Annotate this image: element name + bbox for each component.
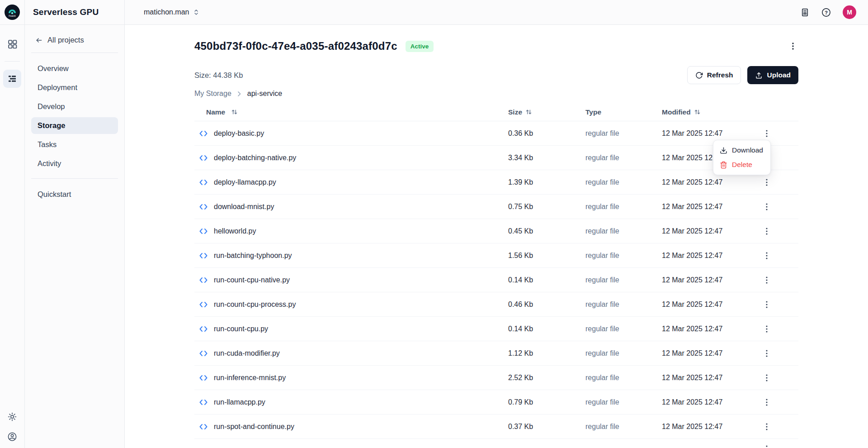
upload-button[interactable]: Upload [747, 66, 798, 84]
topbar-right: ? M [800, 0, 868, 24]
file-size: 0.79 Kb [508, 398, 585, 406]
file-name[interactable]: run-inference-mnist.py [214, 374, 286, 382]
file-name[interactable]: deploy-batching-native.py [214, 154, 296, 162]
sort-icon [231, 109, 238, 115]
row-kebab-menu-icon[interactable] [763, 373, 770, 382]
sidebar-item-activity[interactable]: Activity [31, 155, 118, 172]
table-row[interactable]: deploy-batching-native.py 3.34 Kb regula… [194, 146, 798, 170]
header-size[interactable]: Size [508, 108, 585, 116]
row-kebab-menu-icon[interactable] [763, 227, 770, 236]
file-modified: 12 Mar 2025 12:47 [662, 423, 757, 431]
header-type: Type [585, 108, 662, 116]
row-kebab-menu-icon[interactable] [763, 276, 770, 285]
code-file-icon [199, 349, 208, 358]
total-size-label: Size: 44.38 Kb [194, 71, 243, 80]
code-file-icon [199, 129, 208, 138]
file-type: regular file [585, 423, 662, 431]
file-modified: 12 Mar 2025 12:47 [662, 227, 757, 235]
account-icon[interactable] [7, 432, 17, 442]
download-menu-item[interactable]: Download [716, 143, 768, 157]
refresh-icon [695, 71, 703, 79]
table-row[interactable]: deploy-basic.py 0.36 Kb regular file 12 … [194, 121, 798, 146]
table-row[interactable]: run-cuda-modifier.py 1.12 Kb regular fil… [194, 341, 798, 366]
row-kebab-menu-icon[interactable] [763, 422, 770, 431]
file-name[interactable]: run-llamacpp.py [214, 398, 265, 406]
table-row[interactable]: run-spot-and-continue.py 0.37 Kb regular… [194, 415, 798, 439]
file-modified: 12 Mar 2025 12:47 [662, 178, 757, 186]
table-row[interactable]: download-mnist.py 0.75 Kb regular file 1… [194, 195, 798, 219]
project-header: 450bd73f-0f0c-47e4-a035-af0243af0d7c Act… [194, 40, 798, 52]
table-row[interactable]: run-count-cpu-native.py 0.14 Kb regular … [194, 268, 798, 292]
project-kebab-menu-icon[interactable] [788, 40, 798, 52]
file-name[interactable]: deploy-llamacpp.py [214, 178, 276, 186]
breadcrumb-root[interactable]: My Storage [194, 90, 231, 98]
row-kebab-menu-icon[interactable] [763, 300, 770, 309]
row-kebab-menu-icon[interactable] [763, 202, 770, 211]
user-avatar[interactable]: M [843, 5, 856, 19]
refresh-label: Refresh [707, 71, 733, 79]
file-type: regular file [585, 398, 662, 406]
code-file-icon [199, 422, 208, 431]
file-name[interactable]: run-count-cpu-process.py [214, 300, 296, 309]
row-kebab-menu-icon[interactable] [763, 129, 770, 138]
code-file-icon [199, 178, 208, 187]
header-name[interactable]: Name [194, 108, 508, 116]
file-type: regular file [585, 325, 662, 333]
file-size: 0.37 Kb [508, 423, 585, 431]
workspace-selector[interactable]: matichon.man [144, 0, 199, 24]
table-row[interactable]: run-batching-typhoon.py 1.56 Kb regular … [194, 243, 798, 268]
sidebar-item-tasks[interactable]: Tasks [31, 136, 118, 153]
sidebar-item-overview[interactable]: Overview [31, 60, 118, 77]
file-name[interactable]: deploy-basic.py [214, 129, 264, 138]
sidebar-item-deployment[interactable]: Deployment [31, 79, 118, 96]
file-name[interactable]: run-spot-and-continue.py [214, 423, 294, 431]
row-kebab-menu-icon[interactable] [763, 251, 770, 260]
chevron-right-icon [237, 91, 241, 97]
rail-divider [5, 61, 20, 62]
file-name[interactable]: helloworld.py [214, 227, 256, 235]
file-name[interactable]: run-batching-typhoon.py [214, 252, 292, 260]
table-row[interactable]: deploy-llamacpp.py 1.39 Kb regular file … [194, 170, 798, 195]
row-kebab-menu-icon[interactable] [763, 178, 770, 187]
header-modified[interactable]: Modified [662, 108, 757, 116]
row-kebab-menu-icon[interactable] [763, 349, 770, 358]
table-row[interactable]: run-inference-mnist.py 2.52 Kb regular f… [194, 366, 798, 390]
trash-icon [720, 161, 727, 169]
file-type: regular file [585, 178, 662, 186]
file-size: 0.46 Kb [508, 300, 585, 309]
sort-icon [694, 109, 701, 115]
settings-gear-icon[interactable] [7, 412, 17, 422]
all-projects-back-link[interactable]: All projects [31, 34, 118, 46]
projects-grid-icon[interactable] [3, 35, 21, 53]
help-icon[interactable]: ? [821, 8, 831, 17]
project-detail-icon[interactable] [3, 70, 21, 88]
all-projects-label: All projects [47, 36, 84, 44]
table-row[interactable]: helloworld.py 0.45 Kb regular file 12 Ma… [194, 219, 798, 243]
file-size: 3.34 Kb [508, 154, 585, 162]
sidebar-item-develop[interactable]: Develop [31, 98, 118, 115]
file-modified: 12 Mar 2025 12:47 [662, 300, 757, 309]
row-kebab-menu-icon[interactable] [763, 444, 770, 448]
file-type: regular file [585, 129, 662, 138]
row-context-menu: Download Delete [713, 140, 771, 175]
table-row[interactable]: run-llamacpp.py 0.79 Kb regular file 12 … [194, 390, 798, 415]
sidebar-item-quickstart[interactable]: Quickstart [31, 186, 118, 203]
table-row[interactable]: run-count-cpu.py 0.14 Kb regular file 12… [194, 317, 798, 341]
code-file-icon [199, 202, 208, 211]
table-row[interactable]: run-count-cpu-process.py 0.46 Kb regular… [194, 292, 798, 317]
sidebar-item-storage[interactable]: Storage [31, 117, 118, 134]
icon-rail [0, 25, 25, 448]
code-file-icon [199, 227, 208, 236]
row-kebab-menu-icon[interactable] [763, 398, 770, 407]
delete-menu-item[interactable]: Delete [716, 157, 768, 172]
file-name[interactable]: run-cuda-modifier.py [214, 349, 280, 357]
file-modified: 12 Mar 2025 12:47 [662, 398, 757, 406]
file-name[interactable]: download-mnist.py [214, 203, 274, 211]
file-name[interactable]: run-count-cpu-native.py [214, 276, 290, 284]
file-name[interactable]: run-count-cpu.py [214, 325, 268, 333]
refresh-button[interactable]: Refresh [687, 66, 741, 84]
row-kebab-menu-icon[interactable] [763, 324, 770, 334]
file-type: regular file [585, 300, 662, 309]
changelog-icon[interactable] [800, 8, 810, 17]
file-size: 1.12 Kb [508, 349, 585, 357]
